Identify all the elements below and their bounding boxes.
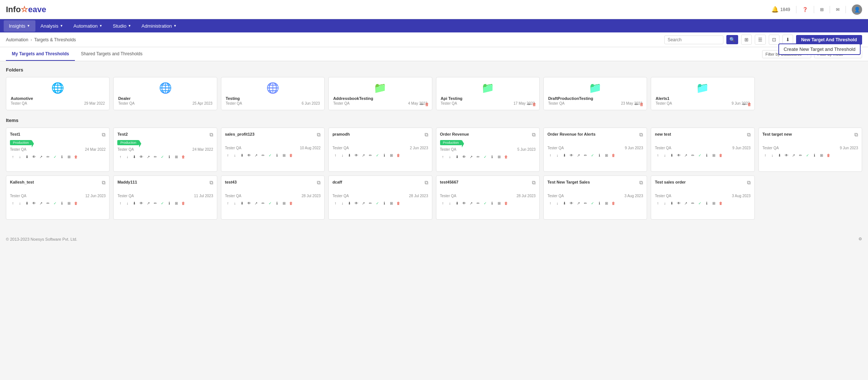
item-card[interactable]: Test1 ⧉ Production Tester QA 24 Mar 2022… [6,128,110,172]
edit-icon[interactable]: ✏ [45,200,51,206]
info-icon[interactable]: ℹ [59,154,65,160]
upload-icon[interactable]: ↑ [225,152,231,158]
item-card[interactable]: sales_profit123 ⧉ Tester QA 10 Aug 2022 … [221,128,325,172]
info-icon[interactable]: ℹ [596,200,602,206]
item-card[interactable]: pramodh ⧉ Tester QA 2 Jun 2023 ↑ ↓ ⬇ 👁 ↗… [328,128,432,172]
edit-icon[interactable]: ✏ [475,154,481,160]
view-icon[interactable]: 👁 [138,154,144,160]
download2-icon[interactable]: ⬇ [239,152,245,158]
nav-item-insights[interactable]: Insights ▼ [4,20,35,32]
check-icon[interactable]: ✓ [374,200,380,206]
delete-icon[interactable]: 🗑 [503,154,509,160]
filter-button[interactable]: ⊡ [769,35,779,45]
check-icon[interactable]: ✓ [267,152,273,158]
grid-icon[interactable]: ⊞ [66,154,72,160]
check-icon[interactable]: ✓ [589,152,595,158]
view-icon[interactable]: 👁 [676,200,682,206]
download-icon[interactable]: ↓ [17,154,23,160]
edit-icon[interactable]: ✏ [367,200,373,206]
help-icon-btn[interactable]: ❓ [802,7,808,12]
upload-icon[interactable]: ↑ [332,200,338,206]
info-icon[interactable]: ℹ [596,152,602,158]
view-icon[interactable]: 👁 [461,154,467,160]
edit-icon[interactable]: ✏ [582,200,588,206]
download-icon[interactable]: ↓ [339,152,345,158]
item-card[interactable]: Test target new ⧉ Tester QA 9 Jun 2023 ↑… [758,128,862,172]
download2-icon[interactable]: ⬇ [24,200,30,206]
search-button[interactable]: 🔍 [726,35,738,44]
check-icon[interactable]: ✓ [482,154,488,160]
folder-card[interactable]: 📁 DraftProductionTesting Tester QA 23 Ma… [543,77,647,110]
info-icon[interactable]: ℹ [381,152,387,158]
download-icon[interactable]: ↓ [339,200,345,206]
nav-item-administration[interactable]: Administration ▼ [136,20,182,32]
nav-item-studio[interactable]: Studio ▼ [108,20,136,32]
share-icon[interactable]: ↗ [575,200,581,206]
grid-view-button[interactable]: ⊞ [741,35,752,45]
edit-icon[interactable]: ✏ [690,152,696,158]
grid-icon[interactable]: ⊞ [388,152,394,158]
share-icon[interactable]: ↗ [145,200,151,206]
info-icon[interactable]: ℹ [704,152,710,158]
upload-icon[interactable]: ↑ [440,200,446,206]
download-icon[interactable]: ↓ [554,152,560,158]
upload-icon[interactable]: ↑ [332,152,338,158]
delete-icon[interactable]: 🗑 [640,102,644,107]
info-icon[interactable]: ℹ [489,200,495,206]
list-view-button[interactable]: ☰ [755,35,766,45]
item-card[interactable]: Test sales order ⧉ Tester QA 3 Aug 2023 … [651,175,754,220]
tab-shared-targets[interactable]: Shared Targets and Thresholds [75,48,148,61]
delete-icon[interactable]: 🗑 [611,200,616,206]
view-icon[interactable]: 👁 [461,200,467,206]
grid-icon[interactable]: ⊞ [388,200,394,206]
share-icon[interactable]: ↗ [468,200,474,206]
view-icon[interactable]: 👁 [246,152,252,158]
item-card[interactable]: Maddy111 ⧉ Tester QA 11 Jul 2023 ↑ ↓ ⬇ 👁… [113,175,217,220]
delete-icon[interactable]: 🗑 [288,200,294,206]
delete-icon[interactable]: 🗑 [180,154,186,160]
edit-icon[interactable]: ✏ [582,152,588,158]
grid-icon[interactable]: ⊞ [173,200,179,206]
check-icon[interactable]: ✓ [374,152,380,158]
download2-icon[interactable]: ⬇ [239,200,245,206]
grid-icon[interactable]: ⊞ [604,152,609,158]
view-icon[interactable]: 👁 [138,200,144,206]
share-icon[interactable]: ↗ [145,154,151,160]
download-icon[interactable]: ↓ [232,152,238,158]
app-logo[interactable]: Info☆eave [6,5,46,14]
view-icon[interactable]: 👁 [353,200,359,206]
item-card[interactable]: test45667 ⧉ Tester QA 28 Jul 2023 ↑ ↓ ⬇ … [436,175,540,220]
check-icon[interactable]: ✓ [589,200,595,206]
check-icon[interactable]: ✓ [482,200,488,206]
folder-card[interactable]: 📁 AddressbookTesting Tester QA 4 May 202… [328,77,432,110]
edit-icon[interactable]: ✏ [635,102,638,107]
check-icon[interactable]: ✓ [52,200,58,206]
upload-icon[interactable]: ↑ [655,200,661,206]
share-icon[interactable]: ↗ [38,200,44,206]
upload-icon[interactable]: ↑ [225,200,231,206]
grid-icon[interactable]: ⊞ [496,154,502,160]
folder-card[interactable]: 🌐 Dealer Tester QA 25 Apr 2023 [113,77,217,110]
share-icon[interactable]: ↗ [683,152,689,158]
download-icon[interactable]: ↓ [447,200,453,206]
info-icon[interactable]: ℹ [166,200,172,206]
delete-icon[interactable]: 🗑 [180,200,186,206]
tab-my-targets[interactable]: My Targets and Thresholds [6,48,75,61]
delete-icon[interactable]: 🗑 [532,102,536,107]
folder-card[interactable]: 🌐 Testing Tester QA 6 Jun 2023 [221,77,325,110]
upload-icon[interactable]: ↑ [440,154,446,160]
download-icon[interactable]: ↓ [554,200,560,206]
edit-icon[interactable]: ✏ [260,200,266,206]
info-icon[interactable]: ℹ [274,152,280,158]
notification-bell[interactable]: 🔔 1849 [771,6,790,13]
view-icon[interactable]: 👁 [676,152,682,158]
download-icon[interactable]: ↓ [17,200,23,206]
delete-icon[interactable]: 🗑 [395,200,401,206]
delete-icon[interactable]: 🗑 [826,152,831,158]
grid-icon[interactable]: ⊞ [173,154,179,160]
delete-icon[interactable]: 🗑 [73,200,79,206]
grid-icon[interactable]: ⊞ [281,200,287,206]
upload-icon[interactable]: ↑ [655,152,661,158]
download-icon[interactable]: ↓ [662,152,668,158]
share-icon[interactable]: ↗ [253,200,259,206]
